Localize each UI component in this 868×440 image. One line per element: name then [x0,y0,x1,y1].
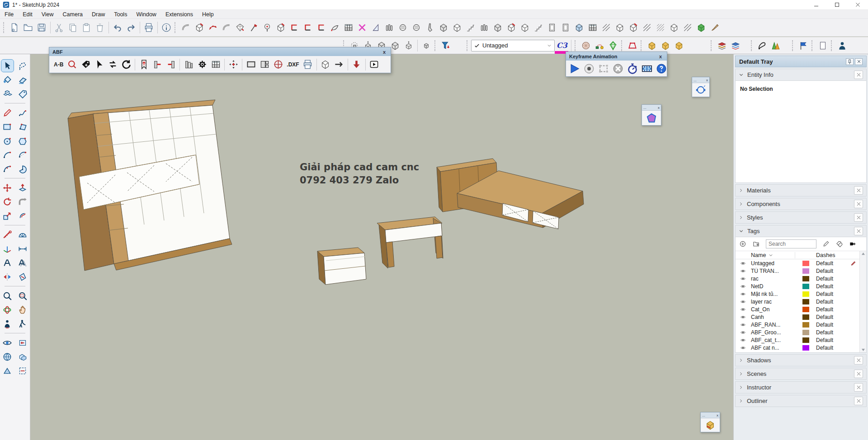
hide-rest-tool[interactable] [17,365,29,377]
toolbar-grip[interactable] [175,22,178,33]
tag-tool[interactable] [17,88,29,100]
section-close-button[interactable] [854,370,863,378]
furniture-desk[interactable] [377,217,443,268]
plugin-curve-tool-icon[interactable] [179,21,193,34]
menu-file[interactable]: File [0,10,18,19]
abf-select-tool-icon[interactable] [92,58,106,71]
path-animation-button-icon[interactable] [593,39,606,52]
plugin-sphere-pin-tool-icon[interactable] [260,21,274,34]
menu-tools[interactable]: Tools [109,10,132,19]
tag-dashes[interactable]: Default [816,322,850,328]
tag-dashes[interactable]: Default [816,337,850,343]
plugin-box-tool-3-icon[interactable] [518,21,532,34]
section-close-button[interactable] [854,213,863,222]
position-camera-tool[interactable] [1,318,14,330]
tray-close-icon[interactable] [855,58,863,65]
lasso-plugin-tool-icon[interactable] [755,39,769,52]
plugin-box-red-tool-icon[interactable] [505,21,518,34]
furniture-nightstand[interactable] [317,248,366,285]
flag-plugin-tool-icon[interactable] [797,39,810,52]
menu-help[interactable]: Help [198,10,218,19]
plugin-stairs-tool-1-icon[interactable] [464,21,477,34]
tag-color-swatch[interactable] [802,291,809,297]
abf-table-tool-icon[interactable] [209,58,222,71]
tag-name[interactable]: Mặt nk tủ... [750,291,795,297]
tag-dashes[interactable]: Default [816,283,850,290]
menu-camera[interactable]: Camera [58,10,87,19]
section-styles[interactable]: Styles [735,211,867,224]
tag-name[interactable]: rac [750,276,795,282]
visibility-eye-icon[interactable] [736,322,750,328]
section-outliner[interactable]: Outliner [735,395,867,407]
layer-stack-tool-blue-icon[interactable] [729,39,742,52]
plugin-blade-tool-icon[interactable] [328,21,342,34]
move-tool[interactable] [1,182,14,194]
tray-pin-icon[interactable] [846,58,854,65]
abf-play-tool-icon[interactable] [368,58,381,71]
previous-view-tool[interactable] [17,337,29,349]
plugin-mesh-tool-icon[interactable] [233,21,247,34]
tag-row[interactable]: ABF_Groo...Default [736,328,866,336]
gold-box-tool-2-icon[interactable] [659,39,672,52]
tag-row[interactable]: TÚ TRAN...Default [736,267,866,275]
abf-refresh-tool-icon[interactable] [119,58,133,71]
tag-name[interactable]: Canh [750,314,795,320]
section-shadows[interactable]: Shadows [735,354,867,366]
plugin-brush-tool-icon[interactable] [708,21,722,34]
plugin-hatch-tool-3-icon[interactable] [681,21,694,34]
section-instructor[interactable]: Instructor [735,381,867,393]
abf-settings-tool-icon[interactable] [195,58,209,71]
tag-dashes[interactable]: Default [816,314,850,320]
paste-button-icon[interactable] [80,21,93,34]
tag-name[interactable]: ABF_RAN... [750,322,795,328]
polygon-tool-icon[interactable] [646,112,657,124]
tag-name[interactable]: Untagged [750,260,795,267]
tag-color-swatch[interactable] [802,314,809,320]
plugin-box-dot-tool-icon[interactable] [274,21,288,34]
component-box-icon[interactable] [705,420,716,431]
menu-draw[interactable]: Draw [87,10,109,19]
tag-row[interactable]: CanhDefault [736,313,866,321]
abf-panel-right-tool-icon[interactable] [164,58,178,71]
abf-close-icon[interactable]: x [381,49,387,55]
abf-move-point-tool-icon[interactable] [226,58,240,71]
print-button-icon[interactable] [142,21,156,34]
follow-me-tool[interactable] [17,196,29,208]
tag-row[interactable]: racDefault [736,275,866,282]
visibility-eye-icon[interactable] [736,330,750,335]
viewport-3d[interactable]: Giải pháp cad cam cnc 0792 403 279 Zalo [30,54,733,440]
visibility-eye-icon[interactable] [736,291,750,297]
look-around-tool[interactable] [1,337,14,349]
plugin-pipes-tool-icon[interactable] [382,21,396,34]
tag-color-swatch[interactable] [802,268,809,274]
mini-close-icon[interactable]: x [717,413,718,417]
tag-color-swatch[interactable] [802,299,809,304]
tray-titlebar[interactable]: Default Tray [735,56,867,67]
toolbar-grip[interactable] [434,40,438,51]
toolbar-grip[interactable] [575,40,578,51]
artisan-plugin-button-icon[interactable] [606,39,620,52]
tag-color-swatch[interactable] [802,276,809,281]
plugin-frame-tool-2-icon[interactable] [559,21,572,34]
abf-bookmark-tool-icon[interactable] [137,58,151,71]
tag-dashes[interactable]: Default [816,329,850,336]
column-dashes[interactable]: Dashes [816,252,850,258]
text-tool[interactable] [1,257,14,269]
maximize-button[interactable] [826,0,847,10]
plugin-bend-tool-icon[interactable] [220,21,233,34]
toolbar-grip[interactable] [641,40,644,51]
paint-bucket-tool[interactable] [1,74,14,86]
kf-export-video-button-icon[interactable] [640,62,654,75]
section-tags[interactable]: Tags [735,225,867,237]
visibility-eye-icon[interactable] [736,345,750,351]
kf-help-button-icon[interactable] [655,62,668,75]
plugin-cabinet-tool-icon[interactable] [572,21,586,34]
prism-plugin-tool-icon[interactable] [769,39,783,52]
add-tag-button[interactable] [739,240,746,248]
abf-columns-tool-icon[interactable] [182,58,195,71]
circle-tool[interactable] [1,135,14,147]
offset-tool[interactable] [17,210,29,222]
tag-row[interactable]: NetDDefault [736,282,866,290]
rotated-rectangle-tool[interactable] [17,121,29,133]
menu-window[interactable]: Window [132,10,160,19]
